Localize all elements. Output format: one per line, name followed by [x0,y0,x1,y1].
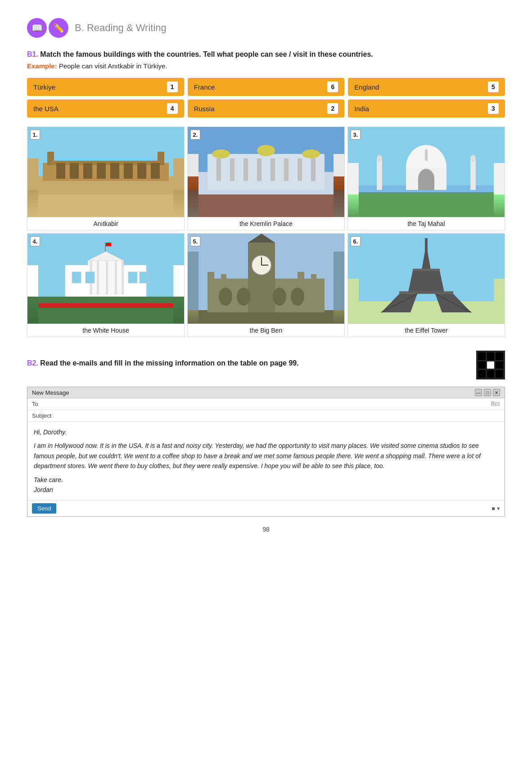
svg-rect-54 [128,272,137,283]
email-signoff: Take care. [34,475,498,485]
building-cell-kremlin: 2. [187,126,345,230]
email-footer-icons: ■ ▾ [491,505,500,512]
email-window: New Message — □ ✕ To Bcc Subject Hi, Dor… [27,387,505,517]
building-cell-whitehouse: 4. [27,233,185,337]
country-usa-label: the USA [33,105,59,113]
building-label-tajmahal: the Taj Mahal [348,217,505,230]
svg-rect-78 [425,238,428,252]
book-icon: 📖 [27,18,47,38]
minimize-button[interactable]: — [475,389,482,396]
b1-section: B1. Match the famous buildings with the … [27,50,505,337]
b2-header: B2. Read the e-mails and fill in the mis… [27,351,505,379]
svg-rect-26 [284,158,289,181]
svg-rect-11 [124,163,133,179]
building-num-5: 5. [190,236,200,246]
country-russia-num: 2 [327,103,338,114]
email-author: Jordan [34,485,498,495]
svg-rect-7 [70,163,79,179]
svg-point-75 [291,288,304,306]
svg-rect-49 [115,261,117,294]
svg-rect-69 [221,274,226,283]
svg-rect-12 [137,163,146,179]
svg-rect-77 [359,301,494,324]
svg-rect-17 [207,154,325,190]
country-france-label: France [194,83,215,91]
email-greeting: Hi, Dorothy. [34,427,498,437]
page-header: 📖 ✏️ B. Reading & Writing [27,18,505,38]
example-label: Example: [27,62,57,70]
country-india: India 3 [348,99,505,117]
svg-rect-80 [413,269,440,271]
svg-point-74 [273,288,286,306]
email-body-text: I am in Hollywood now. It is in the USA.… [34,441,498,471]
close-button[interactable]: ✕ [493,389,500,396]
building-label-anitkabir: Anıtkabir [27,217,184,230]
country-russia: Russia 2 [188,99,345,117]
building-image-whitehouse [27,234,184,324]
building-label-whitehouse: the White House [27,324,184,337]
building-label-eiffeltower: the Eiffel Tower [348,324,505,337]
email-window-title: New Message [32,389,69,396]
email-to-label: To [32,401,38,407]
svg-rect-37 [470,158,476,190]
country-grid: Türkiye 1 France 6 England 5 the USA 4 R… [27,78,505,117]
svg-rect-41 [425,149,428,161]
country-india-label: India [354,105,369,113]
building-image-anitkabir [27,127,184,217]
building-num-6: 6. [351,236,361,246]
country-russia-label: Russia [194,105,215,113]
svg-rect-6 [56,163,65,179]
svg-rect-70 [298,272,304,283]
svg-marker-81 [408,271,444,292]
country-usa-num: 4 [167,103,178,114]
building-image-eiffeltower [348,234,505,324]
example-line: Example: People can visit Anıtkabir in T… [27,62,505,70]
country-france-num: 6 [327,81,338,92]
country-england-label: England [354,83,379,91]
svg-point-38 [470,155,476,162]
svg-rect-23 [243,158,248,181]
building-cell-tajmahal: 3. [347,126,505,230]
building-cell-bigben: 5. [187,233,345,337]
country-england-num: 5 [488,81,499,92]
email-subject-label: Subject [32,412,51,419]
building-image-kremlin [188,127,344,217]
building-num-4: 4. [30,236,40,246]
b2-instruction: Read the e-mails and fill in the missing… [40,359,298,367]
svg-rect-29 [198,194,334,217]
maximize-button[interactable]: □ [484,389,491,396]
svg-rect-47 [97,261,99,294]
svg-rect-71 [311,274,316,283]
svg-rect-40 [418,179,434,190]
country-turkiye-num: 1 [167,81,178,92]
building-image-bigben [188,234,344,324]
section-title: B. Reading & Writing [75,22,167,34]
svg-rect-58 [38,297,173,324]
svg-rect-63 [248,243,275,312]
svg-rect-20 [302,149,320,158]
country-turkiye-label: Türkiye [33,83,55,91]
svg-rect-82 [399,291,453,294]
format-icon: ■ [491,505,495,512]
email-footer: Send ■ ▾ [27,500,505,516]
email-titlebar: New Message — □ ✕ [27,387,505,398]
building-image-grid: 1. [27,126,505,337]
building-label-kremlin: the Kremlin Palace [188,217,344,230]
send-button[interactable]: Send [32,503,56,514]
svg-rect-68 [207,272,214,283]
svg-rect-14 [38,194,173,217]
svg-rect-27 [298,158,302,181]
page-number: 98 [27,526,505,533]
email-bcc-label: Bcc [491,401,500,407]
svg-point-36 [377,155,382,162]
b2-title: B2. Read the e-mails and fill in the mis… [27,359,472,367]
building-num-2: 2. [190,130,200,140]
svg-rect-10 [110,163,119,179]
country-england: England 5 [348,78,505,96]
svg-rect-57 [106,243,111,246]
svg-rect-48 [106,261,108,294]
svg-rect-55 [140,272,149,283]
svg-point-72 [219,288,232,306]
country-turkiye: Türkiye 1 [27,78,184,96]
country-usa: the USA 4 [27,99,184,117]
